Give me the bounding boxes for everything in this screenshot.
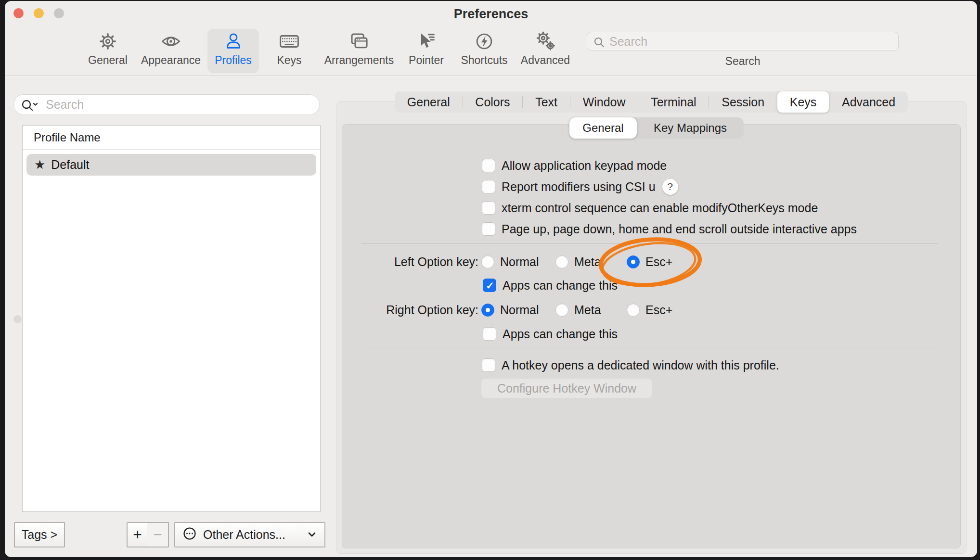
toolbar-label: Shortcuts (461, 54, 507, 66)
toolbar-label: Advanced (521, 54, 570, 66)
radio[interactable] (555, 304, 568, 317)
tab-advanced[interactable]: Advanced (829, 91, 908, 113)
preferences-toolbar: General Appearance Profiles (5, 26, 977, 76)
person-icon (223, 29, 244, 54)
toolbar-label: Pointer (409, 54, 444, 66)
profile-row-default[interactable]: ★ Default (26, 154, 316, 176)
bolt-icon (474, 29, 495, 54)
ellipsis-circle-icon (182, 526, 197, 544)
toolbar-search-label: Search (587, 55, 899, 68)
tab-keys[interactable]: Keys (777, 91, 829, 113)
chevron-down-icon (306, 528, 318, 542)
checkbox-row-modify-other-keys[interactable]: xterm control sequence can enable modify… (482, 199, 818, 216)
toolbar-label: Arrangements (324, 54, 394, 66)
left-option-key-label: Left Option key: (361, 253, 478, 270)
right-option-apps-can-change[interactable]: Apps can change this (483, 325, 618, 343)
toolbar-item-appearance[interactable]: Appearance (139, 29, 203, 73)
checkbox[interactable] (482, 358, 495, 372)
gear-icon (98, 29, 118, 54)
checkbox-label: Apps can change this (503, 327, 618, 341)
minus-icon: − (153, 526, 162, 544)
right-option-meta-radio[interactable]: Meta (555, 301, 601, 318)
toolbar-label: General (88, 54, 128, 66)
hotkey-checkbox-row[interactable]: A hotkey opens a dedicated window with t… (482, 356, 779, 374)
tab-terminal[interactable]: Terminal (638, 91, 709, 113)
profile-search-field[interactable] (13, 94, 320, 115)
checkbox[interactable] (482, 201, 495, 215)
right-option-normal-radio[interactable]: Normal (481, 301, 539, 318)
checkbox-row-csi-u[interactable]: Report modifiers using CSI u ? (482, 178, 678, 195)
radio[interactable] (481, 304, 494, 317)
star-icon: ★ (34, 154, 45, 176)
checkbox[interactable] (482, 159, 495, 172)
toolbar-label: Keys (277, 54, 301, 66)
subtab-general[interactable]: General (569, 117, 637, 139)
tab-window[interactable]: Window (570, 91, 638, 113)
radio[interactable] (481, 255, 494, 268)
checkbox-row-keypad-mode[interactable]: Allow application keypad mode (482, 157, 667, 174)
radio[interactable] (627, 255, 640, 268)
configure-hotkey-label: Configure Hotkey Window (497, 382, 636, 395)
checkbox-label: Apps can change this (503, 279, 618, 293)
radio[interactable] (555, 255, 568, 268)
toolbar-item-arrangements[interactable]: Arrangements (321, 29, 398, 73)
toolbar-item-shortcuts[interactable]: Shortcuts (455, 29, 513, 73)
radio-label: Normal (500, 255, 539, 269)
subtab-key-mappings[interactable]: Key Mappings (637, 117, 744, 139)
tags-button-label: Tags > (22, 528, 57, 542)
other-actions-label: Other Actions... (203, 528, 285, 542)
configure-hotkey-window-button[interactable]: Configure Hotkey Window (481, 378, 653, 398)
window-title: Preferences (5, 7, 977, 22)
other-actions-dropdown[interactable]: Other Actions... (174, 522, 325, 547)
checkbox[interactable] (482, 222, 495, 236)
radio-label: Meta (574, 303, 601, 317)
title-bar: Preferences (5, 1, 977, 26)
checkbox[interactable] (482, 180, 495, 193)
profile-tab-bar: General Colors Text Window Terminal Sess… (395, 91, 908, 113)
divider (361, 348, 938, 348)
tab-text[interactable]: Text (523, 91, 569, 113)
tags-button[interactable]: Tags > (14, 522, 65, 547)
left-option-esc-radio[interactable]: Esc+ (627, 253, 672, 270)
toolbar-item-advanced[interactable]: Advanced (517, 29, 573, 73)
checkbox-label: xterm control sequence can enable modify… (502, 201, 818, 215)
checkbox[interactable] (483, 327, 496, 341)
checkbox-row-scroll-outside-apps[interactable]: Page up, page down, home and end scroll … (482, 220, 857, 238)
left-option-apps-can-change[interactable]: Apps can change this (483, 277, 618, 294)
toolbar-search-field[interactable] (587, 32, 899, 51)
tab-session[interactable]: Session (709, 91, 777, 113)
toolbar-search-input[interactable] (609, 32, 893, 51)
profile-list-header: Profile Name (23, 126, 320, 150)
checkbox-label: Page up, page down, home and end scroll … (502, 222, 857, 236)
toolbar-item-pointer[interactable]: Pointer (403, 29, 449, 73)
radio-label: Meta (574, 255, 601, 269)
right-option-esc-radio[interactable]: Esc+ (627, 301, 672, 318)
splitter-handle[interactable] (13, 315, 22, 323)
radio[interactable] (627, 304, 640, 317)
search-icon (593, 36, 606, 51)
left-option-meta-radio[interactable]: Meta (555, 253, 601, 270)
toolbar-item-profiles[interactable]: Profiles (207, 29, 259, 73)
right-option-key-label: Right Option key: (361, 301, 478, 318)
toolbar-item-general[interactable]: General (85, 29, 131, 73)
preferences-window: Preferences General (5, 1, 977, 557)
tab-colors[interactable]: Colors (463, 91, 523, 113)
keyboard-icon (278, 29, 300, 54)
profile-name: Default (51, 158, 89, 172)
radio-label: Normal (500, 303, 539, 317)
checkbox-label: A hotkey opens a dedicated window with t… (502, 358, 779, 372)
cursor-icon (416, 29, 437, 54)
toolbar-label: Profiles (215, 54, 252, 66)
checkbox[interactable] (483, 279, 496, 292)
checkbox-label: Allow application keypad mode (502, 159, 667, 173)
remove-profile-button[interactable]: − (147, 522, 169, 547)
left-option-normal-radio[interactable]: Normal (481, 253, 539, 270)
profile-search-input[interactable] (46, 95, 310, 114)
checkbox-label: Report modifiers using CSI u (502, 180, 656, 194)
help-button[interactable]: ? (662, 179, 678, 195)
keys-subtab-bar: General Key Mappings (569, 117, 744, 139)
tab-general[interactable]: General (395, 91, 463, 113)
toolbar-item-keys[interactable]: Keys (272, 29, 306, 73)
eye-icon (160, 29, 181, 54)
add-profile-button[interactable]: + (127, 522, 148, 547)
